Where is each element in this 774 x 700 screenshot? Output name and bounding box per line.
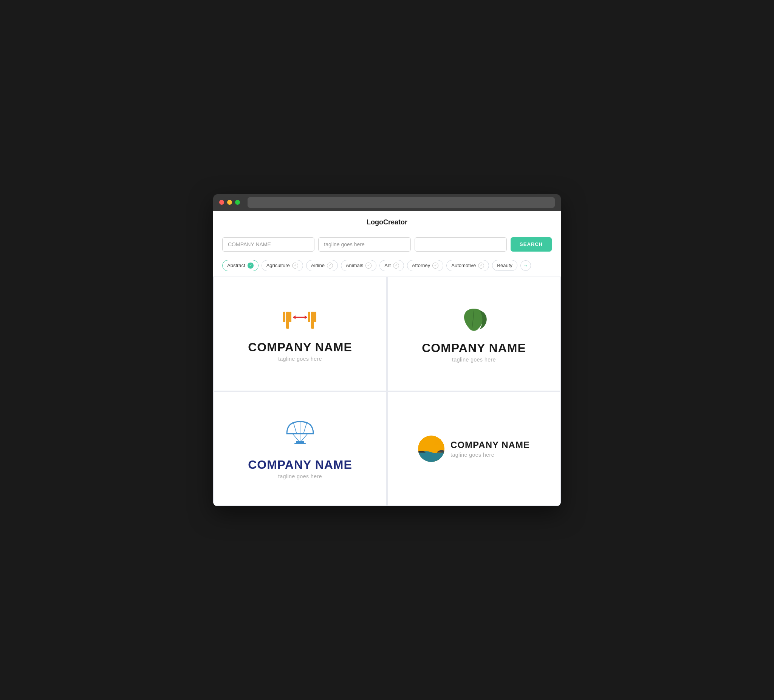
tagline-input[interactable] [318,237,410,252]
logo-graphic-3 [283,418,317,452]
browser-titlebar [213,194,561,211]
filter-chip-automotive[interactable]: Automotive ✓ [447,260,489,271]
filter-chip-art[interactable]: Art ✓ [379,260,404,271]
parachute-icon [283,418,317,452]
svg-rect-4 [308,312,310,322]
filter-label-beauty: Beauty [497,262,512,268]
check-icon-animals: ✓ [366,262,372,269]
circle-scene-icon [418,436,445,462]
app-header: LogoCreator [213,211,561,231]
search-button[interactable]: SEARCH [511,237,552,252]
svg-point-19 [435,439,441,446]
svg-marker-7 [293,315,296,319]
landscape-circle-icon [418,436,445,462]
filter-label-automotive: Automotive [451,262,476,268]
close-button[interactable] [219,200,224,205]
logo-company-name-1: COMPANY NAME [248,340,352,354]
logo-card-2[interactable]: COMPANY NAME tagline goes here [388,277,560,391]
filter-label-attorney: Attorney [412,262,430,268]
logo4-inline-container: COMPANY NAME tagline goes here [418,436,530,462]
logo-card-1[interactable]: COMPANY NAME tagline goes here [214,277,386,391]
svg-rect-5 [314,312,316,322]
leaf-icon [455,305,493,335]
logo-graphic-1 [279,306,321,334]
filter-chip-attorney[interactable]: Attorney ✓ [407,260,443,271]
check-icon-abstract: ✓ [248,262,254,269]
company-name-input[interactable] [222,237,314,252]
logo-company-name-3: COMPANY NAME [248,458,352,472]
logo-company-name-2: COMPANY NAME [422,341,526,355]
logo-tagline-3: tagline goes here [278,473,322,479]
logo-graphic-2 [455,305,493,335]
filter-label-abstract: Abstract [227,262,245,268]
search-area: SEARCH [213,231,561,258]
check-icon-agriculture: ✓ [292,262,298,269]
check-icon-automotive: ✓ [478,262,484,269]
address-bar[interactable] [248,197,555,208]
minimize-button[interactable] [227,200,232,205]
check-icon-art: ✓ [393,262,399,269]
svg-rect-3 [311,312,314,329]
keyword-input[interactable] [415,237,507,252]
logo-tagline-2: tagline goes here [452,357,496,363]
svg-marker-8 [304,315,307,319]
svg-line-10 [293,423,297,434]
filter-label-airline: Airline [311,262,325,268]
check-icon-attorney: ✓ [432,262,438,269]
filter-label-agriculture: Agriculture [266,262,290,268]
browser-content: LogoCreator SEARCH Abstract ✓ Agricultur… [213,211,561,506]
check-icon-airline: ✓ [327,262,333,269]
logo-tagline-1: tagline goes here [278,356,322,362]
logo-company-name-4: COMPANY NAME [450,440,530,450]
logo-grid: COMPANY NAME tagline goes here COMPANY N… [213,277,561,506]
filter-chip-airline[interactable]: Airline ✓ [306,260,338,271]
svg-rect-0 [286,312,289,329]
filter-next-arrow[interactable]: → [520,260,531,271]
svg-line-11 [303,423,307,434]
logo4-text-container: COMPANY NAME tagline goes here [450,440,530,458]
filter-chip-animals[interactable]: Animals ✓ [341,260,376,271]
svg-line-12 [293,434,299,441]
svg-line-14 [301,434,308,441]
filter-label-animals: Animals [346,262,363,268]
filter-chip-abstract[interactable]: Abstract ✓ [222,260,258,271]
logo-tagline-4: tagline goes here [450,452,530,458]
logo-card-4[interactable]: COMPANY NAME tagline goes here [388,392,560,505]
filter-chip-agriculture[interactable]: Agriculture ✓ [261,260,303,271]
svg-rect-15 [296,441,304,443]
browser-window: LogoCreator SEARCH Abstract ✓ Agricultur… [213,194,561,506]
tuning-fork-icon [279,306,321,334]
svg-rect-16 [294,443,306,444]
logo-card-3[interactable]: COMPANY NAME tagline goes here [214,392,386,505]
filter-bar: Abstract ✓ Agriculture ✓ Airline ✓ Anima… [213,258,561,277]
maximize-button[interactable] [235,200,240,205]
svg-rect-1 [283,312,285,322]
svg-rect-2 [289,312,291,322]
filter-label-art: Art [384,262,391,268]
filter-chip-beauty[interactable]: Beauty [492,260,517,271]
app-title: LogoCreator [367,218,407,226]
